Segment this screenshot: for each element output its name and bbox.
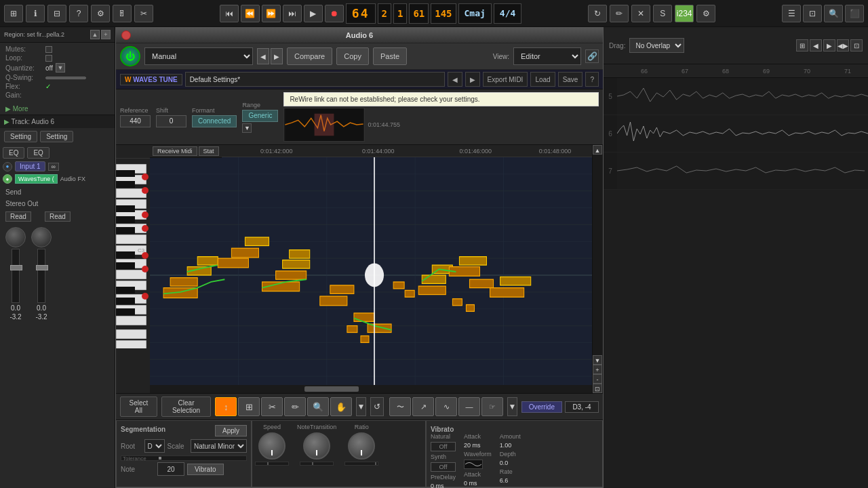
help-btn[interactable]: ? — [585, 72, 599, 87]
generic-btn[interactable]: Generic — [242, 110, 278, 122]
apply-btn[interactable]: Apply — [215, 425, 247, 436]
export-midi-btn[interactable]: Export MIDI — [483, 72, 528, 87]
toolbar-info-btn[interactable]: ℹ — [26, 5, 45, 22]
preset-dropdown[interactable]: Manual — [144, 47, 253, 65]
range-down-btn[interactable]: ▼ — [242, 123, 252, 133]
tool-btn-wave[interactable]: 〜 — [389, 397, 411, 416]
export-btn[interactable]: ⬛ — [845, 5, 864, 22]
root-select[interactable]: D — [144, 439, 165, 453]
tool-btn-finger[interactable]: ☞ — [481, 397, 503, 416]
read-btn-left[interactable]: Read — [5, 211, 31, 222]
toolbar-mixer-btn[interactable]: 🎚 — [113, 5, 132, 22]
receive-midi-btn[interactable]: Receive Midi — [153, 146, 197, 156]
tool-btn-select[interactable]: ⊞ — [238, 397, 260, 416]
counter-btn[interactable]: i234 — [675, 5, 694, 22]
rt-btn2[interactable]: ◀ — [810, 39, 822, 52]
region-up-btn[interactable]: ▲ — [90, 30, 100, 39]
tool-btn-curve[interactable]: ∿ — [435, 397, 457, 416]
forward-btn[interactable]: ⏩ — [262, 5, 281, 22]
s-btn[interactable]: S — [653, 5, 672, 22]
tool-btn-pencil[interactable]: ✏ — [284, 397, 306, 416]
rt-btn5[interactable]: ⊡ — [850, 39, 863, 52]
note-transition-knob[interactable] — [303, 432, 330, 460]
ratio-knob[interactable] — [348, 432, 375, 460]
connected-btn[interactable]: Connected — [192, 115, 237, 127]
note-seg-input[interactable] — [157, 462, 184, 476]
waves-next-btn[interactable]: ▶ — [465, 72, 480, 87]
preset-next-btn[interactable]: ▶ — [271, 48, 283, 64]
tool-dropdown-btn-2[interactable]: ▼ — [507, 397, 517, 416]
eq-btn-left[interactable]: EQ — [3, 147, 24, 159]
tool-btn-hand[interactable]: ✋ — [330, 397, 352, 416]
toolbar-settings-btn[interactable]: ⚙ — [91, 5, 110, 22]
quantize-dropdown[interactable]: ▼ — [56, 63, 65, 73]
region-add-btn[interactable]: + — [101, 30, 111, 39]
tool-dropdown-btn[interactable]: ▼ — [356, 397, 366, 416]
link-view-btn[interactable]: 🔗 — [585, 49, 599, 63]
zoom-fit-btn[interactable]: ⊡ — [593, 384, 602, 393]
tolerance-slider[interactable]: Tolerance — [121, 455, 247, 461]
toolbar-scissors-btn[interactable]: ✂ — [134, 5, 153, 22]
x-btn[interactable]: ✕ — [631, 5, 650, 22]
tool-btn-flat[interactable]: — — [458, 397, 480, 416]
record-btn[interactable]: ⏺ — [325, 5, 344, 22]
to-end-btn[interactable]: ⏭ — [283, 5, 302, 22]
tool-btn-zoom[interactable]: 🔍 — [307, 397, 329, 416]
track-expand[interactable]: ▶ — [4, 118, 12, 125]
mute-checkbox[interactable] — [45, 46, 52, 53]
edit2-btn[interactable]: ⊡ — [803, 5, 822, 22]
override-btn[interactable]: Override — [521, 401, 562, 413]
vibrato-btn[interactable]: Vibrato — [187, 464, 224, 475]
search-btn[interactable]: 🔍 — [824, 5, 843, 22]
waves-prev-btn[interactable]: ◀ — [448, 72, 462, 87]
options-btn[interactable]: ⚙ — [696, 5, 715, 22]
view-dropdown[interactable]: Editor — [513, 47, 581, 65]
list-btn[interactable]: ☰ — [782, 5, 801, 22]
waves-tune-btn[interactable]: WavesTune ( — [15, 174, 58, 184]
zoom-out-btn[interactable]: - — [593, 374, 602, 384]
shift-input[interactable] — [156, 115, 186, 127]
rt-btn3[interactable]: ▶ — [823, 39, 835, 52]
stat-btn[interactable]: Stat — [199, 146, 219, 156]
loop-checkbox[interactable] — [45, 55, 52, 62]
preset-prev-btn[interactable]: ◀ — [257, 48, 269, 64]
qswing-slider[interactable] — [45, 77, 86, 79]
scroll-track-v[interactable] — [593, 155, 603, 355]
clear-selection-btn[interactable]: Clear Selection — [161, 396, 211, 417]
rt-btn1[interactable]: ⊞ — [796, 39, 808, 52]
more-expand[interactable]: ▶ More — [0, 103, 115, 115]
scroll-thumb[interactable] — [304, 386, 359, 392]
load-btn[interactable]: Load — [530, 72, 555, 87]
drag-dropdown[interactable]: No Overlap — [629, 38, 684, 53]
close-btn[interactable] — [121, 30, 131, 40]
reset-btn[interactable]: ↺ — [370, 397, 384, 416]
scroll-down-btn[interactable]: ▼ — [593, 355, 602, 365]
synth-off-btn[interactable]: Off — [431, 462, 456, 472]
setting-btn-right[interactable]: Setting — [40, 131, 73, 142]
eq-btn-right[interactable]: EQ — [27, 147, 49, 159]
tool-btn-pitch[interactable]: ↗ — [412, 397, 434, 416]
rt-btn4[interactable]: ◀▶ — [837, 39, 849, 52]
select-all-btn[interactable]: Select All — [120, 396, 157, 417]
scale-select[interactable]: Natural Minor — [191, 439, 247, 453]
fader-right[interactable] — [37, 249, 45, 303]
paste-btn[interactable]: Paste — [373, 47, 407, 65]
setting-btn-left[interactable]: Setting — [4, 131, 37, 142]
natural-off-btn[interactable]: Off — [431, 442, 456, 451]
tool-btn-move[interactable]: ↕ — [215, 397, 237, 416]
speed-knob[interactable] — [258, 432, 285, 460]
ref-input[interactable] — [120, 115, 151, 127]
back-btn[interactable]: ⏪ — [241, 5, 260, 22]
read-btn-right[interactable]: Read — [45, 211, 71, 222]
pan-knob-left[interactable] — [5, 227, 26, 247]
play-btn[interactable]: ▶ — [304, 5, 323, 22]
zoom-in-btn[interactable]: + — [593, 365, 602, 374]
tool-btn-scissors[interactable]: ✂ — [261, 397, 283, 416]
toolbar-minus-btn[interactable]: ⊟ — [47, 5, 66, 22]
ratio-slider[interactable] — [344, 462, 378, 466]
scroll-up-btn[interactable]: ▲ — [593, 145, 602, 155]
speed-slider[interactable] — [255, 462, 289, 466]
toolbar-help-btn[interactable]: ? — [69, 5, 88, 22]
save-btn[interactable]: Save — [558, 72, 583, 87]
pan-knob-right[interactable] — [31, 227, 52, 247]
